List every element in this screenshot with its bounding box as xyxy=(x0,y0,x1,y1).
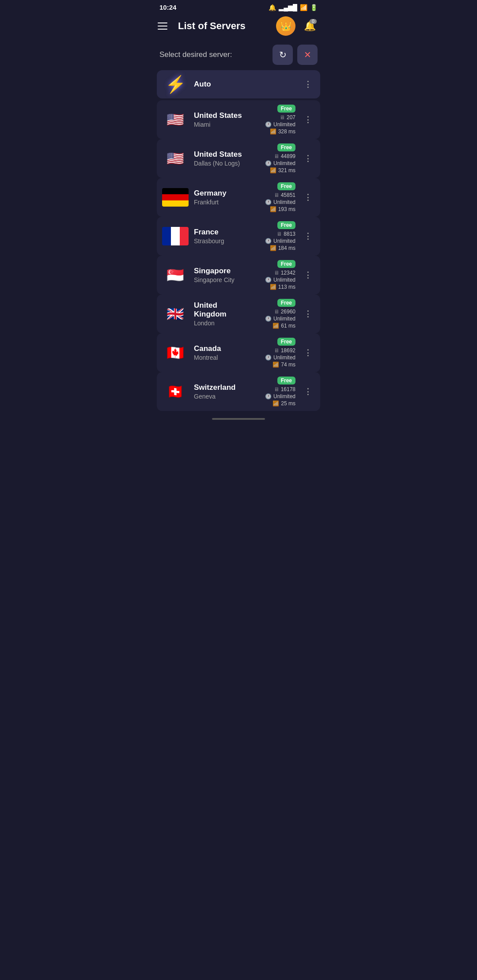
server-country-5: United Kingdom xyxy=(194,301,250,319)
more-button-5[interactable]: ⋮ xyxy=(301,307,315,321)
bandwidth-value-7: Unlimited xyxy=(273,393,295,400)
server-info-5: United Kingdom London xyxy=(194,301,250,327)
sessions-icon-6: 🖥 xyxy=(274,347,279,354)
ping-value-7: 25 ms xyxy=(281,400,295,407)
meta-sessions-5: 🖥 26960 xyxy=(274,309,295,315)
meta-sessions-1: 🖥 44899 xyxy=(274,153,295,159)
sessions-value-5: 26960 xyxy=(281,309,295,315)
server-item-4[interactable]: 🇸🇬 Singapore Singapore City Free 🖥 12342… xyxy=(157,256,320,294)
server-country-7: Switzerland xyxy=(194,383,250,392)
server-meta-1: Free 🖥 44899 🕐 Unlimited 📶 321 ms xyxy=(256,143,295,173)
bandwidth-value-3: Unlimited xyxy=(273,238,295,244)
ping-icon-0: 📶 xyxy=(270,128,276,135)
meta-bandwidth-7: 🕐 Unlimited xyxy=(265,393,295,400)
more-button-2[interactable]: ⋮ xyxy=(301,190,315,204)
flag-de-2 xyxy=(162,188,189,207)
free-badge-5: Free xyxy=(277,299,295,307)
free-badge-2: Free xyxy=(277,182,295,190)
meta-bandwidth-5: 🕐 Unlimited xyxy=(265,316,295,322)
toolbar: Select desired server: ↻ ✕ xyxy=(152,41,325,70)
sessions-icon-0: 🖥 xyxy=(280,114,285,121)
clock-icon-3: 🕐 xyxy=(265,238,272,244)
sessions-value-7: 16178 xyxy=(281,386,295,392)
server-item-5[interactable]: 🇬🇧 United Kingdom London Free 🖥 26960 🕐 … xyxy=(157,294,320,333)
select-label: Select desired server: xyxy=(159,50,268,59)
meta-ping-0: 📶 328 ms xyxy=(270,128,295,135)
auto-more-button[interactable]: ⋮ xyxy=(301,77,315,91)
refresh-button[interactable]: ↻ xyxy=(273,45,293,65)
server-city-5: London xyxy=(194,320,250,327)
meta-sessions-6: 🖥 18692 xyxy=(274,347,295,354)
meta-sessions-7: 🖥 16178 xyxy=(274,386,295,392)
server-city-6: Montreal xyxy=(194,354,250,361)
ping-icon-2: 📶 xyxy=(270,206,276,212)
server-item-7[interactable]: 🇨🇭 Switzerland Geneva Free 🖥 16178 🕐 Unl… xyxy=(157,372,320,411)
more-button-4[interactable]: ⋮ xyxy=(301,268,315,282)
sessions-value-3: 8813 xyxy=(284,231,295,237)
wifi-icon: 📶 xyxy=(300,4,307,11)
menu-line-3 xyxy=(158,29,167,30)
more-button-3[interactable]: ⋮ xyxy=(301,229,315,243)
menu-button[interactable] xyxy=(158,18,174,34)
sessions-value-4: 12342 xyxy=(281,270,295,276)
server-city-4: Singapore City xyxy=(194,276,250,283)
bandwidth-value-6: Unlimited xyxy=(273,354,295,361)
sessions-icon-5: 🖥 xyxy=(274,309,279,315)
server-auto-item[interactable]: ⚡ Auto ⋮ xyxy=(157,70,320,98)
server-meta-5: Free 🖥 26960 🕐 Unlimited 📶 61 ms xyxy=(256,299,295,329)
status-bar: 10:24 🔔 ▂▄▆█ 📶 🔋 xyxy=(152,0,325,13)
bandwidth-value-2: Unlimited xyxy=(273,199,295,205)
clock-icon-1: 🕐 xyxy=(265,160,272,166)
flag-fr-3 xyxy=(162,227,189,245)
flag-us-1: 🇺🇸 xyxy=(162,149,189,168)
server-city-2: Frankfurt xyxy=(194,199,250,206)
battery-icon: 🔋 xyxy=(310,4,318,11)
menu-line-2 xyxy=(158,26,167,26)
server-info-3: France Strasbourg xyxy=(194,228,250,245)
ping-value-2: 193 ms xyxy=(278,206,295,212)
ping-value-5: 61 ms xyxy=(281,323,295,329)
sessions-icon-7: 🖥 xyxy=(274,386,279,392)
meta-ping-7: 📶 25 ms xyxy=(273,400,295,407)
server-item-3[interactable]: France Strasbourg Free 🖥 8813 🕐 Unlimite… xyxy=(157,217,320,256)
free-badge-1: Free xyxy=(277,143,295,151)
free-badge-6: Free xyxy=(277,338,295,346)
server-meta-6: Free 🖥 18692 🕐 Unlimited 📶 74 ms xyxy=(256,338,295,368)
more-button-0[interactable]: ⋮ xyxy=(301,113,315,127)
meta-bandwidth-4: 🕐 Unlimited xyxy=(265,277,295,283)
free-badge-7: Free xyxy=(277,377,295,384)
meta-sessions-2: 🖥 45851 xyxy=(274,192,295,198)
more-button-1[interactable]: ⋮ xyxy=(301,151,315,166)
notifications-button[interactable]: 🔔 0 xyxy=(300,16,319,36)
server-item-1[interactable]: 🇺🇸 United States Dallas (No Logs) Free 🖥… xyxy=(157,139,320,178)
premium-button[interactable]: 👑 xyxy=(276,16,295,36)
meta-sessions-0: 🖥 207 xyxy=(280,114,295,121)
more-button-6[interactable]: ⋮ xyxy=(301,346,315,360)
ping-value-0: 328 ms xyxy=(278,128,295,135)
close-button[interactable]: ✕ xyxy=(297,45,318,65)
flag-uk-5: 🇬🇧 xyxy=(162,305,189,323)
clock-icon-2: 🕐 xyxy=(265,199,272,205)
free-badge-4: Free xyxy=(277,260,295,268)
server-item-2[interactable]: Germany Frankfurt Free 🖥 45851 🕐 Unlimit… xyxy=(157,178,320,217)
server-info-6: Canada Montreal xyxy=(194,344,250,361)
ping-icon-1: 📶 xyxy=(270,167,276,173)
crown-icon: 👑 xyxy=(280,21,292,31)
scroll-indicator xyxy=(212,418,265,420)
meta-bandwidth-2: 🕐 Unlimited xyxy=(265,199,295,205)
auto-server-info: Auto xyxy=(194,80,295,89)
header: List of Servers 👑 🔔 0 xyxy=(152,13,325,41)
more-button-7[interactable]: ⋮ xyxy=(301,384,315,399)
ping-value-4: 113 ms xyxy=(278,284,295,290)
meta-bandwidth-0: 🕐 Unlimited xyxy=(265,121,295,128)
flag-ca-6: 🇨🇦 xyxy=(162,343,189,362)
sessions-icon-1: 🖥 xyxy=(274,153,279,159)
server-meta-2: Free 🖥 45851 🕐 Unlimited 📶 193 ms xyxy=(256,182,295,212)
sessions-value-1: 44899 xyxy=(281,153,295,159)
server-item-6[interactable]: 🇨🇦 Canada Montreal Free 🖥 18692 🕐 Unlimi… xyxy=(157,333,320,372)
meta-bandwidth-1: 🕐 Unlimited xyxy=(265,160,295,166)
server-meta-7: Free 🖥 16178 🕐 Unlimited 📶 25 ms xyxy=(256,377,295,407)
server-item-0[interactable]: 🇺🇸 United States Miami Free 🖥 207 🕐 Unli… xyxy=(157,100,320,139)
server-city-3: Strasbourg xyxy=(194,237,250,245)
close-icon: ✕ xyxy=(304,49,311,60)
